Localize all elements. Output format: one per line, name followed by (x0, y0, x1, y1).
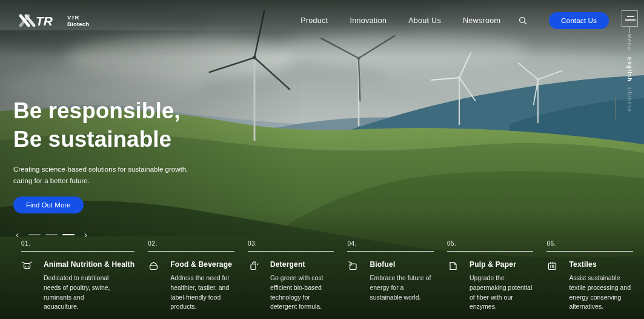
industry-description: Go green with cost efficient bio-based t… (270, 274, 334, 312)
vtr-biotech-homepage: TR VTR Biotech Product Innovation About … (0, 0, 644, 319)
industry-number: 02. (148, 240, 234, 247)
divider (248, 251, 334, 252)
industry-title: Biofuel (370, 260, 434, 269)
carousel-indicator[interactable] (45, 234, 58, 235)
nav-item-innovation[interactable]: Innovation (350, 16, 387, 25)
divider (447, 251, 534, 252)
brand-name: VTR Biotech (67, 14, 89, 28)
detergent-icon (248, 260, 261, 274)
industries-strip: 01. Animal Nutrition & Health Dedicated … (21, 240, 633, 312)
search-icon[interactable] (519, 16, 527, 25)
carousel-indicator[interactable] (62, 234, 75, 235)
industry-description: Upgrade the papermaking potential of fib… (470, 274, 534, 312)
header: TR VTR Biotech Product Innovation About … (0, 0, 609, 41)
industry-card-food-beverage[interactable]: 02. Food & Beverage Address the need for… (148, 240, 234, 312)
cow-icon (21, 260, 35, 274)
nav-item-about-us[interactable]: About Us (408, 16, 441, 25)
side-rail: Menu English Chinese (621, 10, 638, 113)
food-icon (148, 260, 161, 274)
industry-description: Assist sustainable textile processing an… (569, 274, 633, 312)
industry-card-textiles[interactable]: 06. Textiles Assist sustainable textile … (546, 240, 633, 312)
carousel-controls: ‹ › (13, 229, 188, 240)
hero: Be responsible, Be sustainable Creating … (13, 97, 188, 240)
biofuel-icon (347, 260, 360, 274)
divider (546, 251, 633, 252)
industry-description: Dedicated to nutritional needs of poultr… (44, 274, 115, 312)
industry-number: 05. (447, 240, 534, 247)
industry-card-biofuel[interactable]: 04. Biofuel Embrace the future of energy… (347, 240, 434, 312)
language-english[interactable]: English (626, 57, 632, 82)
industry-title: Food & Beverage (170, 260, 234, 269)
logo-mark-letters: TR (36, 14, 53, 28)
carousel-next-arrow-icon[interactable]: › (82, 229, 90, 240)
industry-number: 04. (347, 240, 434, 247)
industry-title: Detergent (270, 260, 334, 269)
industry-title: Pulp & Paper (470, 260, 534, 269)
industry-card-animal-nutrition[interactable]: 01. Animal Nutrition & Health Dedicated … (21, 240, 134, 312)
nav-item-newsroom[interactable]: Newsroom (463, 16, 500, 25)
hamburger-menu-icon[interactable] (622, 10, 638, 27)
industry-number: 03. (248, 240, 334, 247)
industry-card-pulp-paper[interactable]: 05. Pulp & Paper Upgrade the papermaking… (447, 240, 534, 312)
industry-card-detergent[interactable]: 03. Detergent Go green with cost efficie… (248, 240, 334, 312)
language-chinese[interactable]: Chinese (626, 87, 632, 113)
brand-logo[interactable]: TR VTR Biotech (18, 13, 89, 28)
main-nav: Product Innovation About Us Newsroom Con… (300, 12, 609, 29)
menu-label: Menu (626, 34, 632, 50)
industry-title: Textiles (569, 260, 633, 269)
contact-us-button[interactable]: Contact Us (549, 12, 609, 29)
industry-description: Embrace the future of energy for a susta… (370, 274, 434, 302)
carousel-indicators (28, 234, 75, 235)
hero-subtitle: Creating science-based solutions for sus… (13, 164, 188, 187)
industry-description: Address the need for healthier, tastier,… (170, 274, 234, 312)
carousel-indicator[interactable] (28, 234, 41, 235)
divider (148, 251, 234, 252)
industry-number: 01. (21, 240, 134, 247)
hero-title: Be responsible, Be sustainable (13, 97, 188, 153)
vtr-logo-mark: TR (18, 13, 62, 28)
nav-item-product[interactable]: Product (300, 16, 328, 25)
textile-icon (546, 260, 560, 274)
industry-title: Animal Nutrition & Health (44, 260, 134, 269)
industry-number: 06. (546, 240, 633, 247)
paper-icon (447, 260, 460, 274)
menu-stem-line (629, 27, 630, 33)
find-out-more-button[interactable]: Find Out More (13, 196, 84, 213)
divider (21, 251, 134, 252)
divider (347, 251, 434, 252)
carousel-prev-arrow-icon[interactable]: ‹ (13, 229, 21, 240)
